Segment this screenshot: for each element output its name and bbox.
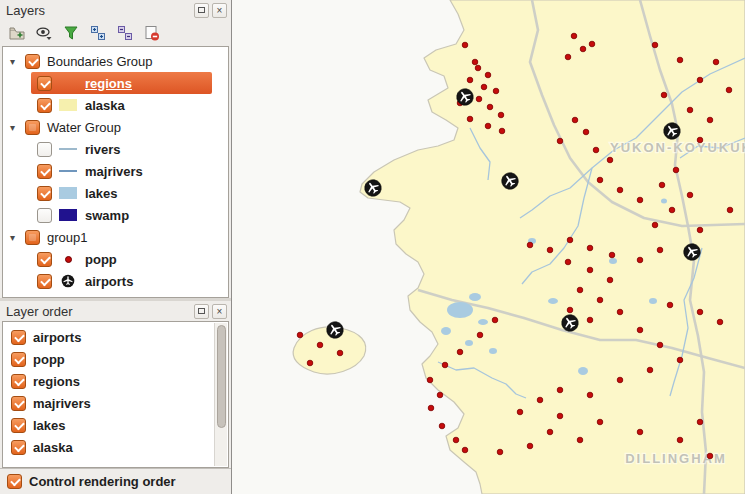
layer-checkbox[interactable] [37,142,52,157]
qgis-window: Layers × [0,0,745,494]
popp-point [707,453,713,459]
popp-point [617,187,623,193]
undock-button[interactable] [194,304,209,319]
layer-item-regions[interactable]: regions [31,72,212,94]
popp-point [713,59,719,65]
layer-checkbox[interactable] [37,208,52,223]
order-item-alaska[interactable]: alaska [3,436,228,458]
remove-layer-icon [144,25,160,41]
group-checkbox[interactable] [25,120,40,135]
layer-item-majrivers[interactable]: majrivers [31,160,212,182]
manage-map-themes-button[interactable] [32,22,56,44]
layer-item-popp[interactable]: popp [31,248,212,270]
popp-point [597,419,603,425]
order-item-lakes[interactable]: lakes [3,414,228,436]
layer-checkbox[interactable] [37,76,52,91]
collapse-all-icon [117,25,133,41]
popp-point [727,207,733,213]
filter-legend-button[interactable] [59,22,83,44]
popp-point [697,137,703,143]
popp-point [597,297,603,303]
point-symbol-swatch [59,253,77,265]
order-panel-title: Layer order [6,304,191,319]
layer-label: alaska [85,98,125,113]
popp-point [652,222,658,228]
map-canvas[interactable]: YUKON-KOYUKUKDILLINGHAM [232,0,745,494]
group-item-boundaries[interactable]: ▾ Boundaries Group [3,50,228,72]
order-item-airports[interactable]: airports [3,326,228,348]
add-group-icon [9,25,25,41]
order-checkbox[interactable] [11,330,26,345]
control-rendering-order-row[interactable]: Control rendering order [0,468,231,494]
layer-checkbox[interactable] [37,98,52,113]
group-checkbox[interactable] [25,54,40,69]
order-item-regions[interactable]: regions [3,370,228,392]
popp-point [673,167,679,173]
popp-point [467,116,473,122]
expander-icon[interactable]: ▾ [10,56,25,67]
order-checkbox[interactable] [11,418,26,433]
popp-point [697,227,703,233]
popp-point [587,245,593,251]
layers-toolbar [0,20,231,46]
order-checkbox[interactable] [11,440,26,455]
layer-checkbox[interactable] [37,164,52,179]
fill-symbol-swatch [59,99,77,111]
popp-point [597,177,603,183]
expander-icon[interactable]: ▾ [10,122,25,133]
control-rendering-label: Control rendering order [29,474,176,489]
popp-point [571,33,577,39]
order-checkbox[interactable] [11,396,26,411]
layer-item-lakes[interactable]: lakes [31,182,212,204]
layers-tree[interactable]: ▾ Boundaries Group regions alaska ▾ Wate… [2,46,229,298]
expander-icon[interactable]: ▾ [10,232,25,243]
remove-layer-button[interactable] [140,22,164,44]
popp-point [485,123,491,129]
expand-all-button[interactable] [86,22,110,44]
layer-item-airports[interactable]: airports [31,270,212,292]
popp-point [661,92,667,98]
group-item-water[interactable]: ▾ Water Group [3,116,228,138]
undock-button[interactable] [194,3,209,18]
close-panel-button[interactable]: × [212,3,227,18]
popp-point [669,207,675,213]
group-label: Boundaries Group [47,54,153,69]
order-item-popp[interactable]: popp [3,348,228,370]
fill-symbol-swatch [59,209,77,221]
group-label: Water Group [47,120,121,135]
collapse-all-button[interactable] [113,22,137,44]
expand-all-icon [90,25,106,41]
popp-point [617,309,623,315]
popp-point [659,182,665,188]
layer-item-alaska[interactable]: alaska [31,94,212,116]
popp-point [527,242,533,248]
layer-item-swamp[interactable]: swamp [31,204,212,226]
popp-point [637,197,643,203]
order-checkbox[interactable] [11,374,26,389]
popp-point [587,317,593,323]
airport-symbol-swatch [59,274,77,288]
scrollbar[interactable] [214,323,227,466]
undock-icon [198,7,205,13]
group-item-group1[interactable]: ▾ group1 [3,226,228,248]
order-item-majrivers[interactable]: majrivers [3,392,228,414]
order-label: alaska [33,440,73,455]
add-group-button[interactable] [5,22,29,44]
layer-order-list[interactable]: airports popp regions majrivers lakes al… [2,321,229,468]
close-panel-button[interactable]: × [212,304,227,319]
layer-checkbox[interactable] [37,274,52,289]
popp-point [498,112,504,118]
scrollbar-thumb[interactable] [217,325,226,428]
popp-point [557,413,563,419]
popp-point [589,41,595,47]
layer-checkbox[interactable] [37,252,52,267]
order-checkbox[interactable] [11,352,26,367]
popp-point [677,57,683,63]
layer-item-rivers[interactable]: rivers [31,138,212,160]
control-rendering-checkbox[interactable] [7,474,22,489]
popp-point [462,447,468,453]
popp-point [652,42,658,48]
layer-checkbox[interactable] [37,186,52,201]
group-checkbox[interactable] [25,230,40,245]
group-label: group1 [47,230,87,245]
